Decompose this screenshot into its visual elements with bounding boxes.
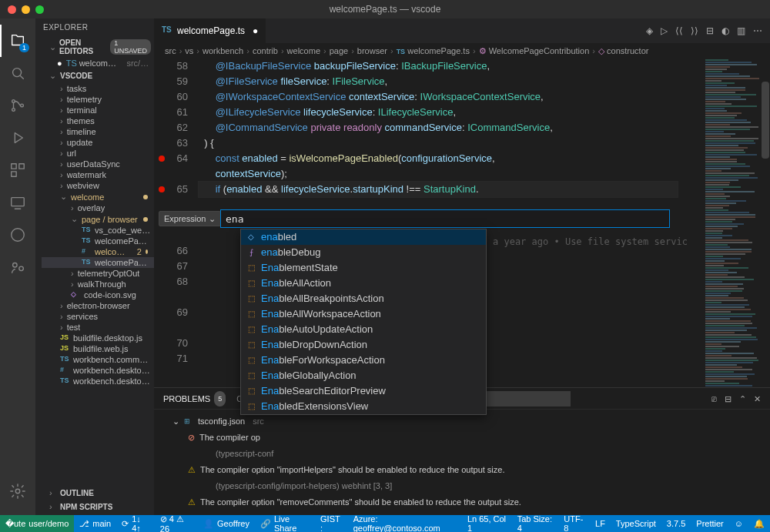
prettier-status[interactable]: Prettier bbox=[691, 515, 728, 532]
file-item[interactable]: JSbuildfile.desktop.js bbox=[42, 333, 154, 343]
cursor-position[interactable]: Ln 65, Col 1 bbox=[462, 515, 512, 532]
open-editors-section[interactable]: OPEN EDITORS 1 UNSAVED bbox=[35, 36, 154, 58]
problem-item[interactable]: ⊘The compiler op bbox=[162, 429, 762, 445]
intellisense-item[interactable]: ◇enabled bbox=[241, 229, 486, 245]
settings-gear-icon[interactable] bbox=[0, 475, 35, 507]
git-branch[interactable]: ⎇ main bbox=[74, 515, 116, 532]
intellisense-item[interactable]: ⬚EnableGloballyAction bbox=[241, 368, 486, 383]
encoding[interactable]: UTF-8 bbox=[558, 515, 590, 532]
folder-item[interactable]: services bbox=[42, 311, 154, 322]
breadcrumb-item[interactable]: page bbox=[330, 46, 348, 55]
problems-file[interactable]: ⌄ ⊞ tsconfig.json src bbox=[162, 413, 762, 429]
npm-scripts-section[interactable]: NPM SCRIPTS bbox=[35, 500, 154, 514]
breadcrumb-item[interactable]: browser bbox=[357, 46, 387, 55]
split-left-icon[interactable]: ⟨⟨ bbox=[675, 25, 683, 36]
folder-item[interactable]: electron-browser bbox=[42, 300, 154, 311]
zoom-window[interactable] bbox=[35, 5, 44, 14]
folder-item[interactable]: page / browser bbox=[42, 213, 154, 225]
folder-item[interactable]: test bbox=[42, 322, 154, 333]
intellisense-item[interactable]: ⬚EnableDropDownAction bbox=[241, 337, 486, 353]
file-item[interactable]: TSwelcomePage.contri… bbox=[42, 236, 154, 246]
search-icon[interactable] bbox=[0, 57, 35, 89]
breadcrumb-item[interactable]: ◇ constructor bbox=[598, 46, 648, 56]
problem-item[interactable]: ⚠The compiler option "removeComments" sh… bbox=[162, 494, 762, 510]
github-icon[interactable] bbox=[0, 219, 35, 251]
breadcrumb-item[interactable]: welcome bbox=[287, 46, 320, 55]
minimize-window[interactable] bbox=[22, 5, 30, 14]
breadcrumb-item[interactable]: workbench bbox=[203, 46, 243, 55]
folder-item[interactable]: themes bbox=[42, 115, 154, 126]
debug-icon[interactable] bbox=[0, 122, 35, 154]
remote-explorer-icon[interactable] bbox=[0, 186, 35, 219]
intellisense-item[interactable]: ⨍enableDebug bbox=[241, 245, 486, 260]
folder-item[interactable]: walkThrough bbox=[42, 279, 154, 289]
file-item[interactable]: #workbench.desktop.main… bbox=[42, 365, 154, 376]
language-mode[interactable]: TypeScript bbox=[611, 515, 661, 532]
intellisense-item[interactable]: ⬚EnableAllBreakpointsAction bbox=[241, 291, 486, 306]
more-actions-icon[interactable]: ⋯ bbox=[753, 25, 762, 36]
scrollbar-thumb[interactable] bbox=[762, 82, 769, 159]
folder-item[interactable]: webview bbox=[42, 180, 154, 191]
git-sync[interactable]: ⟳ 1↓ 4↑ bbox=[116, 515, 155, 532]
open-editor-item[interactable]: ● TS welcomePage.ts src/vs/w... bbox=[35, 58, 154, 69]
ts-version[interactable]: 3.7.5 bbox=[661, 515, 691, 532]
folder-item[interactable]: userDataSync bbox=[42, 159, 154, 169]
file-item[interactable]: JSbuildfile.web.js bbox=[42, 343, 154, 354]
source-control-icon[interactable] bbox=[0, 89, 35, 122]
folder-item[interactable]: watermark bbox=[42, 169, 154, 180]
compare-icon[interactable]: ◈ bbox=[646, 25, 653, 36]
debug-expression-dropdown[interactable]: Expression ⌄ bbox=[159, 211, 221, 226]
feedback-icon[interactable]: ☺ bbox=[729, 515, 748, 532]
intellisense-item[interactable]: ⬚EnablementState bbox=[241, 260, 486, 276]
folder-item[interactable]: url bbox=[42, 148, 154, 159]
outline-section[interactable]: OUTLINE bbox=[35, 486, 154, 500]
intellisense-item[interactable]: ⬚EnableAutoUpdateAction bbox=[241, 322, 486, 337]
breadcrumb-item[interactable]: contrib bbox=[253, 46, 278, 55]
file-item[interactable]: TSvs_code_welcome_pa… bbox=[42, 225, 154, 236]
close-panel-icon[interactable]: ✕ bbox=[754, 391, 761, 407]
intellisense-item[interactable]: ⬚EnableSearchEditorPreview bbox=[241, 383, 486, 399]
folder-item[interactable]: terminal bbox=[42, 105, 154, 115]
split-editor-icon[interactable]: ▥ bbox=[737, 25, 745, 36]
extensions-icon[interactable] bbox=[0, 154, 35, 186]
file-item[interactable]: TSwelcomePage.ts bbox=[42, 257, 154, 268]
intellisense-item[interactable]: ⬚EnableForWorkspaceAction bbox=[241, 353, 486, 368]
collapse-icon[interactable]: ⊟ bbox=[725, 391, 732, 407]
azure-account[interactable]: Azure: geoffrey@contoso.com bbox=[348, 515, 462, 532]
file-item[interactable]: #welcomePage.css2 bbox=[42, 246, 154, 257]
problem-item[interactable]: ⚠The compiler option "importHelpers" sho… bbox=[162, 461, 762, 477]
run-icon[interactable]: ▷ bbox=[661, 25, 668, 36]
split-right-icon[interactable]: ⟩⟩ bbox=[691, 25, 698, 36]
problems-status[interactable]: ⊘ 4 ⚠ 26 bbox=[155, 515, 198, 532]
breadcrumb-item[interactable]: ⚙ WelcomePageContribution bbox=[479, 46, 590, 56]
intellisense-item[interactable]: ⬚EnableAllAction bbox=[241, 276, 486, 291]
file-item[interactable]: TSworkbench.common.main… bbox=[42, 354, 154, 365]
workspace-section[interactable]: VSCODE bbox=[35, 69, 154, 83]
code-editor[interactable]: 5859606162636465666768697071 @IBackupFil… bbox=[154, 59, 770, 515]
file-item[interactable]: TSworkbench.desktop.main… bbox=[42, 376, 154, 386]
breadcrumb[interactable]: src›vs›workbench›contrib›welcome›page›br… bbox=[154, 43, 770, 59]
intellisense-popup[interactable]: ◇enabled⨍enableDebug⬚EnablementState⬚Ena… bbox=[240, 229, 487, 415]
breadcrumb-item[interactable]: src bbox=[165, 46, 176, 55]
folder-item[interactable]: welcome bbox=[42, 191, 154, 202]
debug-expression-input[interactable] bbox=[220, 209, 670, 228]
panel-tab-problems[interactable]: PROBLEMS 5 bbox=[163, 391, 226, 407]
explorer-icon[interactable]: 1 bbox=[0, 25, 35, 57]
remote-indicator[interactable]: �ute user/demo bbox=[0, 515, 74, 532]
liveshare-icon[interactable] bbox=[0, 251, 35, 283]
folder-item[interactable]: telemetry bbox=[42, 94, 154, 105]
folder-item[interactable]: timeline bbox=[42, 126, 154, 137]
breadcrumb-item[interactable]: TS welcomePage.ts bbox=[397, 46, 470, 55]
diff-icon[interactable]: ⊟ bbox=[706, 25, 714, 36]
file-item[interactable]: ◇code-icon.svg bbox=[42, 289, 154, 300]
breadcrumb-item[interactable]: vs bbox=[185, 46, 193, 55]
liveshare-user[interactable]: 👤 Geoffrey bbox=[198, 515, 255, 532]
toggle-icon[interactable]: ◐ bbox=[721, 25, 729, 36]
folder-item[interactable]: update bbox=[42, 137, 154, 148]
intellisense-item[interactable]: ⬚EnabledExtensionsView bbox=[241, 399, 486, 414]
folder-item[interactable]: tasks bbox=[42, 83, 154, 94]
tab-welcomepage[interactable]: TS welcomePage.ts ● bbox=[154, 18, 266, 43]
maximize-panel-icon[interactable]: ⌃ bbox=[739, 391, 746, 407]
eol[interactable]: LF bbox=[590, 515, 611, 532]
notifications-icon[interactable]: 🔔 bbox=[748, 515, 770, 532]
